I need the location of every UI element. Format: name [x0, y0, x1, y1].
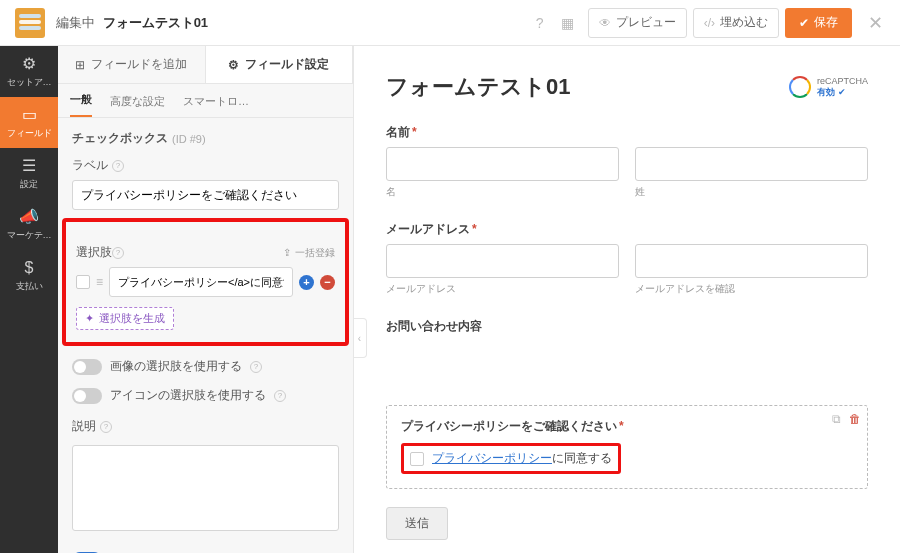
apps-grid-icon[interactable]: ▦: [554, 9, 582, 37]
inquiry-label: お問い合わせ内容: [386, 318, 868, 335]
help-icon[interactable]: ?: [274, 390, 286, 402]
check-icon: ✔: [799, 16, 809, 30]
nav-setup[interactable]: ⚙ セットア…: [0, 46, 58, 97]
form-canvas: ‹ フォームテスト01 reCAPTCHA 有効 ✔ 名前* 名: [354, 46, 900, 553]
nav-fields[interactable]: ▭ フィールド: [0, 97, 58, 148]
add-choice-button[interactable]: +: [299, 275, 314, 290]
submit-button[interactable]: 送信: [386, 507, 448, 540]
image-choices-row: 画像の選択肢を使用する ?: [72, 358, 339, 375]
subtab-smart[interactable]: スマートロ…: [183, 94, 249, 117]
collapse-sidebar-button[interactable]: ‹: [354, 318, 367, 358]
form-icon: ▭: [22, 107, 37, 123]
field-privacy-selected[interactable]: ⧉ 🗑 プライバシーポリシーをご確認ください* プライバシーポリシーに同意する: [386, 405, 868, 489]
nav-payments[interactable]: $ 支払い: [0, 250, 58, 301]
icon-choices-toggle[interactable]: [72, 388, 102, 404]
nav-settings[interactable]: ☰ 設定: [0, 148, 58, 199]
privacy-option-label: プライバシーポリシーに同意する: [432, 450, 612, 467]
description-textarea[interactable]: [72, 445, 339, 531]
recaptcha-status: 有効: [817, 87, 835, 97]
code-icon: ‹/›: [704, 16, 715, 30]
dollar-icon: $: [25, 260, 34, 276]
preview-button[interactable]: 👁 プレビュー: [588, 8, 687, 38]
close-icon[interactable]: ✕: [858, 12, 892, 34]
delete-icon[interactable]: 🗑: [849, 412, 861, 426]
bulk-label: 一括登録: [295, 246, 335, 260]
field-inquiry[interactable]: お問い合わせ内容: [386, 318, 868, 335]
help-icon[interactable]: ?: [526, 9, 554, 37]
subtab-general[interactable]: 一般: [70, 92, 92, 117]
nav-payments-label: 支払い: [16, 280, 43, 293]
tab-add-field[interactable]: ⊞ フィールドを追加: [58, 46, 205, 83]
field-email[interactable]: メールアドレス* メールアドレス メールアドレスを確認: [386, 221, 868, 296]
email-label: メールアドレス: [386, 222, 470, 236]
nav-setup-label: セットア…: [7, 76, 52, 89]
first-name-sublabel: 名: [386, 185, 619, 199]
label-row: ラベル ?: [72, 157, 339, 174]
megaphone-icon: 📣: [19, 209, 39, 225]
embed-label: 埋め込む: [720, 14, 768, 31]
choices-highlight: 選択肢 ? ⇪ 一括登録 ≡ + − ✦: [62, 218, 349, 346]
choice-text-input[interactable]: [116, 272, 286, 292]
field-type: チェックボックス: [72, 130, 168, 147]
editing-form-name: フォームテスト01: [103, 15, 208, 30]
image-choices-label: 画像の選択肢を使用する: [110, 358, 242, 375]
drag-handle-icon[interactable]: ≡: [96, 275, 103, 289]
privacy-label: プライバシーポリシーをご確認ください: [401, 419, 617, 433]
sidebar-panel: ⊞ フィールドを追加 ⚙ フィールド設定 一般 高度な設定 スマートロ… チェッ…: [58, 46, 354, 553]
help-icon[interactable]: ?: [250, 361, 262, 373]
field-type-heading: チェックボックス (ID #9): [72, 130, 339, 147]
recaptcha-name: reCAPTCHA: [817, 76, 868, 87]
icon-choices-label: アイコンの選択肢を使用する: [110, 387, 266, 404]
sliders-icon: ☰: [22, 158, 36, 174]
generate-choices-button[interactable]: ✦ 選択肢を生成: [76, 307, 174, 330]
privacy-option-highlight: プライバシーポリシーに同意する: [401, 443, 621, 474]
desc-label: 説明: [72, 418, 96, 435]
nav-marketing[interactable]: 📣 マーケテ…: [0, 199, 58, 250]
required-asterisk: *: [412, 125, 417, 139]
editing-prefix: 編集中: [56, 15, 95, 30]
topbar: 編集中 フォームテスト01 ? ▦ 👁 プレビュー ‹/› 埋め込む ✔ 保存 …: [0, 0, 900, 46]
privacy-suffix: に同意する: [552, 451, 612, 465]
required-asterisk: *: [619, 419, 624, 433]
privacy-checkbox[interactable]: [410, 452, 424, 466]
desc-row: 説明 ?: [72, 418, 339, 435]
label-input[interactable]: [72, 180, 339, 210]
form-title: フォームテスト01: [386, 72, 570, 102]
recaptcha-icon: [789, 76, 811, 98]
icon-choices-row: アイコンの選択肢を使用する ?: [72, 387, 339, 404]
plus-icon: ⊞: [75, 58, 85, 72]
sidebar-subtabs: 一般 高度な設定 スマートロ…: [58, 84, 353, 118]
choice-default-checkbox[interactable]: [76, 275, 90, 289]
help-icon[interactable]: ?: [100, 421, 112, 433]
choices-label: 選択肢: [76, 244, 112, 261]
tab-field-settings[interactable]: ⚙ フィールド設定: [205, 46, 354, 83]
email-input[interactable]: [386, 244, 619, 278]
app-logo: [8, 8, 52, 38]
choice-row: [109, 267, 293, 297]
tab-add-label: フィールドを追加: [91, 56, 187, 73]
editing-status: 編集中 フォームテスト01: [56, 14, 208, 32]
save-button[interactable]: ✔ 保存: [785, 8, 852, 38]
field-name[interactable]: 名前* 名 姓: [386, 124, 868, 199]
nav-fields-label: フィールド: [7, 127, 52, 140]
subtab-advanced[interactable]: 高度な設定: [110, 94, 165, 117]
last-name-input[interactable]: [635, 147, 868, 181]
required-asterisk: *: [472, 222, 477, 236]
first-name-input[interactable]: [386, 147, 619, 181]
upload-icon: ⇪: [283, 247, 291, 258]
help-icon[interactable]: ?: [112, 247, 124, 259]
image-choices-toggle[interactable]: [72, 359, 102, 375]
remove-choice-button[interactable]: −: [320, 275, 335, 290]
email-confirm-input[interactable]: [635, 244, 868, 278]
embed-button[interactable]: ‹/› 埋め込む: [693, 8, 779, 38]
save-label: 保存: [814, 14, 838, 31]
help-icon[interactable]: ?: [112, 160, 124, 172]
privacy-link[interactable]: プライバシーポリシー: [432, 451, 552, 465]
recaptcha-badge: reCAPTCHA 有効 ✔: [789, 76, 868, 98]
sliders-icon: ⚙: [228, 58, 239, 72]
preview-label: プレビュー: [616, 14, 676, 31]
choices-heading: 選択肢 ? ⇪ 一括登録: [76, 244, 335, 261]
duplicate-icon[interactable]: ⧉: [832, 412, 841, 426]
bulk-add-button[interactable]: ⇪ 一括登録: [283, 246, 335, 260]
name-label: 名前: [386, 125, 410, 139]
